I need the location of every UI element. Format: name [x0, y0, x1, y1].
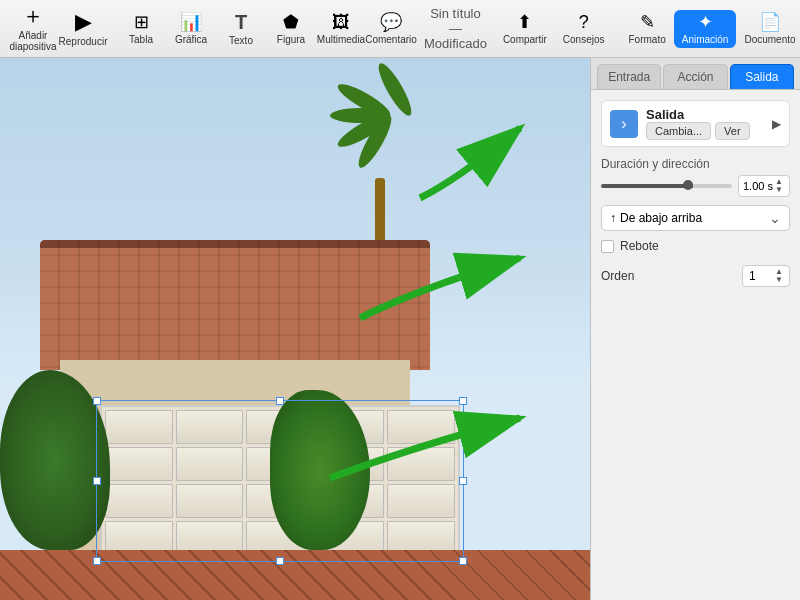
- panel-content: › Salida Cambia... Ver ▶ Duración y dire…: [591, 90, 800, 600]
- document-icon: 📄: [759, 13, 781, 31]
- document-title: Sin título — Modificado: [424, 6, 487, 51]
- tips-button[interactable]: ? Consejos: [555, 10, 613, 48]
- animation-item: › Salida Cambia... Ver ▶: [601, 100, 790, 147]
- comment-button[interactable]: 💬 Comentario: [366, 9, 416, 49]
- chart-icon: 📊: [180, 13, 202, 31]
- orden-input[interactable]: 1 ▲ ▼: [742, 265, 790, 287]
- text-label: Texto: [229, 35, 253, 46]
- anim-info: Salida Cambia... Ver: [646, 107, 764, 140]
- table-button[interactable]: ⊞ Tabla: [116, 9, 166, 49]
- tips-label: Consejos: [563, 34, 605, 45]
- bounce-label: Rebote: [620, 239, 659, 253]
- bounce-checkbox[interactable]: [601, 240, 614, 253]
- duration-slider[interactable]: [601, 184, 732, 188]
- duration-input[interactable]: 1.00 s ▲ ▼: [738, 175, 790, 197]
- anim-buttons: Cambia... Ver: [646, 122, 764, 140]
- change-button[interactable]: Cambia...: [646, 122, 711, 140]
- text-button[interactable]: T Texto: [216, 8, 266, 50]
- animation-icon: ✦: [698, 13, 713, 31]
- orden-value: 1: [749, 269, 756, 283]
- share-button[interactable]: ⬆ Compartir: [495, 10, 555, 48]
- format-icon: ✎: [640, 13, 655, 31]
- toolbar: ＋ Añadir diapositiva ▶ Reproducir ⊞ Tabl…: [0, 0, 800, 58]
- anim-title: Salida: [646, 107, 764, 122]
- format-label: Formato: [628, 34, 665, 45]
- tab-salida[interactable]: Salida: [730, 64, 794, 89]
- play-label: Reproducir: [59, 36, 108, 47]
- play-button[interactable]: ▶ Reproducir: [58, 7, 108, 51]
- expand-arrow[interactable]: ▶: [772, 117, 781, 131]
- right-panel: Entrada Acción Salida › Salida Cambia...…: [590, 58, 800, 600]
- orden-label: Orden: [601, 269, 634, 283]
- chart-label: Gráfica: [175, 34, 207, 45]
- share-label: Compartir: [503, 34, 547, 45]
- format-button[interactable]: ✎ Formato: [620, 10, 673, 48]
- comment-icon: 💬: [380, 13, 402, 31]
- text-icon: T: [235, 12, 247, 32]
- direction-dropdown[interactable]: ↑ De abajo arriba ⌄: [601, 205, 790, 231]
- media-label: Multimedia: [317, 34, 365, 45]
- main-area: Entrada Acción Salida › Salida Cambia...…: [0, 58, 800, 600]
- add-slide-label: Añadir diapositiva: [9, 30, 56, 52]
- media-button[interactable]: 🖼 Multimedia: [316, 9, 366, 49]
- stepper-down[interactable]: ▼: [775, 186, 783, 194]
- shape-icon: ⬟: [283, 13, 299, 31]
- direction-label: De abajo arriba: [620, 211, 702, 225]
- tab-accion[interactable]: Acción: [663, 64, 727, 89]
- share-icon: ⬆: [517, 13, 532, 31]
- add-slide-icon: ＋: [22, 5, 44, 27]
- table-icon: ⊞: [134, 13, 149, 31]
- shape-label: Figura: [277, 34, 305, 45]
- play-icon: ▶: [75, 11, 92, 33]
- duration-row: 1.00 s ▲ ▼: [601, 175, 790, 197]
- document-label: Documento: [744, 34, 795, 45]
- roof: [40, 240, 430, 370]
- tab-entrada[interactable]: Entrada: [597, 64, 661, 89]
- duration-section-label: Duración y dirección: [601, 157, 790, 171]
- slide-content: [0, 58, 590, 600]
- comment-label: Comentario: [365, 34, 417, 45]
- orden-stepper[interactable]: ▲ ▼: [775, 268, 783, 284]
- anim-icon: ›: [610, 110, 638, 138]
- animation-label: Animación: [682, 34, 729, 45]
- media-icon: 🖼: [332, 13, 350, 31]
- driveway: [0, 550, 590, 600]
- shape-button[interactable]: ⬟ Figura: [266, 9, 316, 49]
- panel-tabs: Entrada Acción Salida: [591, 58, 800, 90]
- document-button[interactable]: 📄 Documento: [736, 10, 800, 48]
- table-label: Tabla: [129, 34, 153, 45]
- add-slide-button[interactable]: ＋ Añadir diapositiva: [8, 1, 58, 56]
- dropdown-arrow-icon: ⌄: [769, 210, 781, 226]
- chart-button[interactable]: 📊 Gráfica: [166, 9, 216, 49]
- direction-icon: ↑: [610, 211, 616, 225]
- animation-button[interactable]: ✦ Animación: [674, 10, 737, 48]
- orden-row: Orden 1 ▲ ▼: [601, 265, 790, 287]
- duration-stepper[interactable]: ▲ ▼: [775, 178, 783, 194]
- canvas-area[interactable]: [0, 58, 590, 600]
- bounce-row: Rebote: [601, 239, 790, 253]
- orden-stepper-down[interactable]: ▼: [775, 276, 783, 284]
- duration-value: 1.00 s: [743, 180, 773, 192]
- preview-button[interactable]: Ver: [715, 122, 750, 140]
- tips-icon: ?: [579, 13, 589, 31]
